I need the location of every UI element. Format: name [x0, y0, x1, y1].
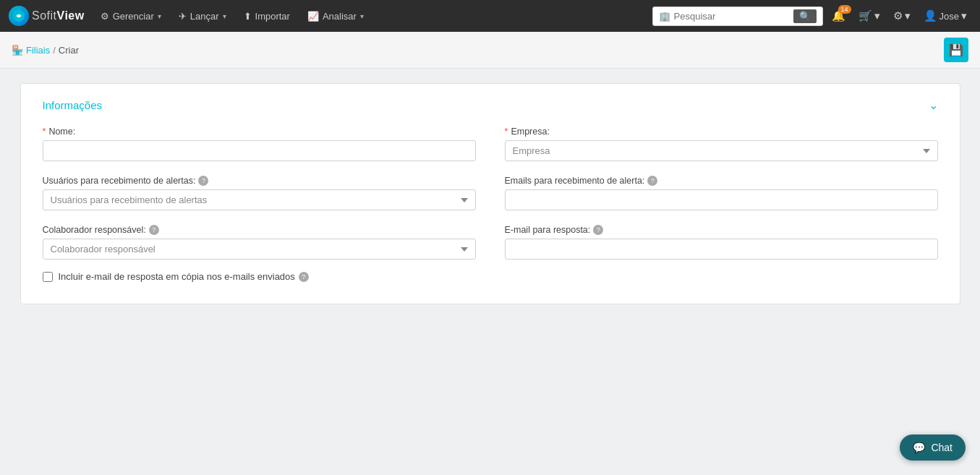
store-icon: 🏪	[12, 45, 23, 56]
usuarios-select[interactable]: Usuários para recebimento de alertas	[43, 189, 476, 210]
user-icon: 👤	[924, 9, 937, 22]
include-email-checkbox[interactable]	[43, 272, 53, 282]
email-resposta-label: E-mail para resposta: ?	[505, 225, 938, 235]
launch-icon: ✈	[179, 11, 187, 22]
notification-button[interactable]: 🔔 14	[827, 7, 850, 25]
building-icon: 🏢	[659, 11, 670, 22]
form-group-nome: * Nome:	[43, 127, 476, 161]
nav-lancar[interactable]: ✈ Lançar ▾	[171, 7, 234, 26]
gear-icon: ⚙	[101, 11, 109, 22]
email-resposta-input[interactable]	[505, 239, 938, 260]
colaborador-help-icon[interactable]: ?	[149, 225, 159, 235]
include-email-help-icon[interactable]: ?	[299, 272, 309, 282]
search-button[interactable]: 🔍	[793, 9, 817, 23]
chevron-down-icon: ▾	[223, 12, 226, 20]
brand-logo	[9, 6, 29, 26]
breadcrumb: 🏪 Filiais / Criar	[12, 45, 79, 56]
form-group-email-resposta: E-mail para resposta: ?	[505, 225, 938, 260]
navbar: SofitView ⚙ Gerenciar ▾ ✈ Lançar ▾ ⬆ Imp…	[0, 0, 980, 32]
form-group-emails: Emails para recebimento de alerta: ?	[505, 176, 938, 210]
nome-input[interactable]	[43, 140, 476, 161]
analisar-label: Analisar	[323, 11, 357, 22]
email-resposta-help-icon[interactable]: ?	[593, 225, 603, 235]
include-email-label: Incluir e-mail de resposta em cópia nos …	[59, 271, 309, 282]
emails-label: Emails para recebimento de alerta: ?	[505, 176, 938, 186]
colaborador-select[interactable]: Colaborador responsável	[43, 239, 476, 260]
breadcrumb-bar: 🏪 Filiais / Criar 💾	[0, 32, 980, 69]
usuarios-help-icon[interactable]: ?	[198, 176, 208, 186]
form-card: Informações ⌄ * Nome: * Empresa: Empresa	[20, 83, 960, 304]
chevron-down-icon: ▾	[961, 9, 967, 22]
chat-button[interactable]: 💬 Chat	[900, 435, 966, 461]
user-label: Jose	[939, 11, 959, 22]
collapse-button[interactable]: ⌄	[929, 98, 938, 112]
user-menu-button[interactable]: 👤 Jose ▾	[919, 7, 971, 25]
navbar-right: 🏢 🔍 🔔 14 🛒 ▾ ⚙ ▾ 👤 Jose ▾	[652, 7, 971, 26]
nav-importar[interactable]: ⬆ Importar	[237, 7, 297, 26]
form-group-empresa: * Empresa: Empresa	[505, 127, 938, 161]
form-group-colaborador: Colaborador responsável: ? Colaborador r…	[43, 225, 476, 260]
breadcrumb-filiais-link[interactable]: Filiais	[26, 45, 50, 56]
form-group-usuarios: Usuários para recebimento de alertas: ? …	[43, 176, 476, 210]
settings-icon: ⚙	[893, 9, 903, 22]
chevron-down-icon: ▾	[158, 12, 161, 20]
usuarios-label: Usuários para recebimento de alertas: ?	[43, 176, 476, 186]
notification-badge: 14	[838, 5, 851, 14]
nome-required: *	[43, 127, 46, 137]
chat-label: Chat	[931, 442, 953, 453]
empresa-select[interactable]: Empresa	[505, 140, 938, 161]
chart-icon: 📈	[307, 11, 319, 22]
empresa-label: * Empresa:	[505, 127, 938, 137]
brand-text: SofitView	[32, 9, 85, 22]
main-content: Informações ⌄ * Nome: * Empresa: Empresa	[0, 69, 980, 319]
emails-input[interactable]	[505, 189, 938, 210]
import-icon: ⬆	[244, 11, 252, 22]
chevron-down-icon: ▾	[360, 12, 364, 20]
gerenciar-label: Gerenciar	[113, 11, 154, 22]
nav-gerenciar[interactable]: ⚙ Gerenciar ▾	[93, 7, 169, 26]
emails-help-icon[interactable]: ?	[647, 176, 657, 186]
empresa-required: *	[505, 127, 508, 137]
form-grid: * Nome: * Empresa: Empresa Usuários para…	[43, 127, 938, 260]
save-icon: 💾	[949, 43, 963, 57]
search-input[interactable]	[674, 11, 790, 22]
search-box: 🏢 🔍	[652, 7, 823, 26]
settings-button[interactable]: ⚙ ▾	[889, 7, 915, 25]
brand: SofitView	[9, 6, 85, 26]
save-button[interactable]: 💾	[944, 38, 968, 62]
nav-analisar[interactable]: 📈 Analisar ▾	[300, 7, 371, 26]
card-header: Informações ⌄	[43, 98, 938, 112]
card-title: Informações	[43, 99, 103, 111]
nome-label: * Nome:	[43, 127, 476, 137]
cart-button[interactable]: 🛒 ▾	[854, 7, 885, 25]
chat-icon: 💬	[913, 442, 925, 453]
breadcrumb-criar: Criar	[59, 45, 79, 56]
breadcrumb-separator: /	[53, 45, 56, 56]
cart-icon: 🛒	[858, 9, 872, 22]
lancar-label: Lançar	[190, 11, 219, 22]
importar-label: Importar	[255, 11, 290, 22]
form-check-area: Incluir e-mail de resposta em cópia nos …	[43, 271, 938, 282]
chevron-down-icon: ▾	[905, 9, 911, 22]
chevron-down-icon: ▾	[874, 9, 880, 22]
colaborador-label: Colaborador responsável: ?	[43, 225, 476, 235]
